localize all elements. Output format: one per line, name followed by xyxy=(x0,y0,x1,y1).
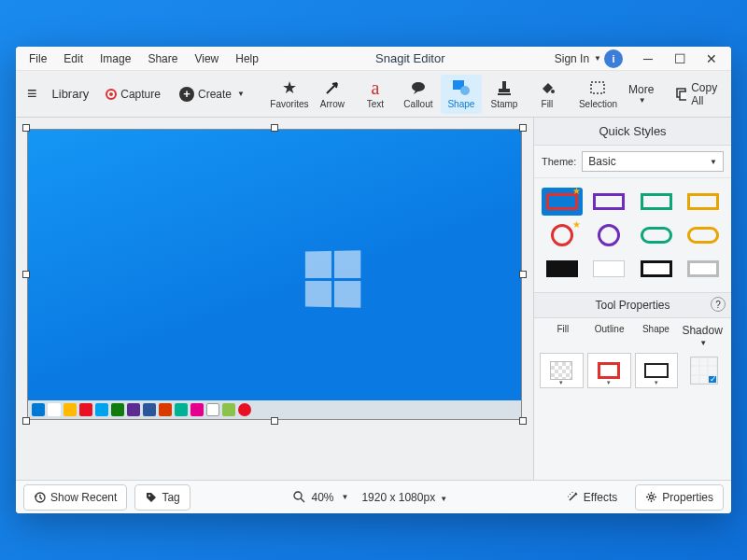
copy-all-label: Copy All xyxy=(691,81,721,107)
close-button[interactable]: ✕ xyxy=(698,49,726,69)
tool-fill[interactable]: Fill xyxy=(527,75,568,114)
more-button[interactable]: More▼ xyxy=(623,83,659,105)
menu-view[interactable]: View xyxy=(187,49,226,68)
chevron-down-icon: ▼ xyxy=(594,54,601,63)
body: Quick Styles Theme: Basic ▼ ★ ★ xyxy=(16,118,731,480)
shadow-grid-icon xyxy=(690,357,718,385)
style-frame-black[interactable] xyxy=(636,255,677,283)
dimensions-button[interactable]: 1920 x 1080px ▼ xyxy=(356,487,453,508)
style-frame-grey[interactable] xyxy=(683,255,724,283)
avatar-icon: i xyxy=(604,49,623,68)
quick-styles-header: Quick Styles xyxy=(534,118,731,146)
tag-button[interactable]: Tag xyxy=(134,484,190,511)
create-label: Create xyxy=(198,88,232,101)
minimize-button[interactable]: ─ xyxy=(634,49,662,69)
theme-select[interactable]: Basic ▼ xyxy=(582,151,724,172)
create-button[interactable]: + Create ▼ xyxy=(172,83,252,105)
canvas-image xyxy=(27,129,522,420)
tool-label: Text xyxy=(367,99,384,109)
prop-shape-picker[interactable]: ▾ xyxy=(635,353,679,388)
prop-fill-picker[interactable]: ▾ xyxy=(540,353,584,388)
tool-arrow[interactable]: Arrow xyxy=(312,75,353,114)
prop-outline-label: Outline xyxy=(586,324,633,351)
capture-button[interactable]: Capture xyxy=(100,84,166,105)
tool-label: Favorites xyxy=(270,99,308,109)
style-roundrect-gold[interactable] xyxy=(683,221,724,249)
resize-handle[interactable] xyxy=(519,417,527,425)
app-window: File Edit Image Share View Help Snagit E… xyxy=(16,47,731,513)
tool-stamp[interactable]: Stamp xyxy=(484,75,525,114)
tool-shape[interactable]: Shape xyxy=(441,75,482,114)
star-icon: ★ xyxy=(282,78,297,97)
style-roundrect-teal[interactable] xyxy=(636,221,677,249)
resize-handle[interactable] xyxy=(519,124,527,132)
prop-shadow-picker[interactable] xyxy=(682,353,726,388)
menu-image[interactable]: Image xyxy=(92,49,138,68)
resize-handle[interactable] xyxy=(271,124,278,132)
menu-file[interactable]: File xyxy=(21,49,54,68)
tool-selection[interactable]: Selection xyxy=(579,75,617,114)
svg-rect-7 xyxy=(591,82,604,93)
zoom-value: 40% xyxy=(311,491,333,504)
tool-callout[interactable]: Callout xyxy=(398,75,439,114)
text-icon: a xyxy=(371,78,379,97)
svg-point-6 xyxy=(551,90,555,93)
prop-fill-label: Fill xyxy=(540,324,586,351)
svg-point-2 xyxy=(460,86,470,95)
tool-favorites[interactable]: ★Favorites xyxy=(269,75,310,114)
style-round-red[interactable]: ★ xyxy=(542,221,583,249)
resize-handle[interactable] xyxy=(519,271,527,278)
style-fill-black[interactable] xyxy=(542,255,583,283)
window-controls: Sign In ▼ i ─ ☐ ✕ xyxy=(555,49,726,69)
help-button[interactable]: ? xyxy=(711,297,726,312)
menu-icon[interactable]: ≡ xyxy=(23,84,41,104)
titlebar: File Edit Image Share View Help Snagit E… xyxy=(16,47,731,71)
toolbar: ≡ Library Capture + Create ▼ ★Favorites … xyxy=(16,71,731,118)
property-labels: Fill Outline Shape Shadow ▼ xyxy=(534,318,731,353)
svg-point-13 xyxy=(650,496,654,499)
svg-rect-4 xyxy=(499,89,510,92)
style-rect-gold[interactable] xyxy=(683,188,724,216)
menu-edit[interactable]: Edit xyxy=(56,49,91,68)
tool-text[interactable]: aText xyxy=(355,75,396,114)
style-rect-teal[interactable] xyxy=(636,188,677,216)
properties-button[interactable]: Properties xyxy=(635,484,724,511)
properties-label: Properties xyxy=(662,491,713,504)
tool-label: Stamp xyxy=(490,99,517,109)
selection-icon xyxy=(589,78,606,97)
style-fill-white[interactable] xyxy=(588,255,629,283)
chevron-down-icon: ▼ xyxy=(237,90,245,98)
shape-swatch xyxy=(644,363,669,378)
copy-all-button[interactable]: Copy All xyxy=(665,75,731,114)
show-recent-button[interactable]: Show Recent xyxy=(23,484,127,511)
library-button[interactable]: Library xyxy=(47,83,95,105)
side-panel: Quick Styles Theme: Basic ▼ ★ ★ xyxy=(533,118,731,480)
resize-handle[interactable] xyxy=(271,417,278,425)
captured-taskbar xyxy=(28,400,521,419)
effects-button[interactable]: Effects xyxy=(557,484,627,511)
maximize-button[interactable]: ☐ xyxy=(666,49,694,69)
zoom-control[interactable]: 40% ▼ xyxy=(293,491,348,504)
menu-share[interactable]: Share xyxy=(140,49,185,68)
canvas-selection[interactable] xyxy=(27,129,522,420)
style-rect-red[interactable]: ★ xyxy=(542,188,583,216)
svg-point-11 xyxy=(148,495,150,497)
prop-outline-picker[interactable]: ▾ xyxy=(587,353,631,388)
tool-properties-label: Tool Properties xyxy=(595,299,669,312)
sign-in-button[interactable]: Sign In ▼ i xyxy=(555,49,623,68)
tool-strip: ★Favorites Arrow aText Callout Shape Sta… xyxy=(269,75,568,114)
gear-icon xyxy=(645,491,657,503)
menu-help[interactable]: Help xyxy=(228,49,266,68)
resize-handle[interactable] xyxy=(22,124,30,132)
callout-icon xyxy=(410,78,427,97)
chevron-down-icon: ▼ xyxy=(639,96,646,105)
style-rect-purple[interactable] xyxy=(588,188,629,216)
quick-styles-grid: ★ ★ xyxy=(534,178,731,292)
menu-bar: File Edit Image Share View Help xyxy=(21,49,266,68)
style-round-purple[interactable] xyxy=(588,221,629,249)
shape-icon xyxy=(452,78,471,97)
resize-handle[interactable] xyxy=(22,271,30,278)
tool-label: Fill xyxy=(542,99,554,109)
search-icon xyxy=(293,491,305,503)
resize-handle[interactable] xyxy=(22,417,30,425)
